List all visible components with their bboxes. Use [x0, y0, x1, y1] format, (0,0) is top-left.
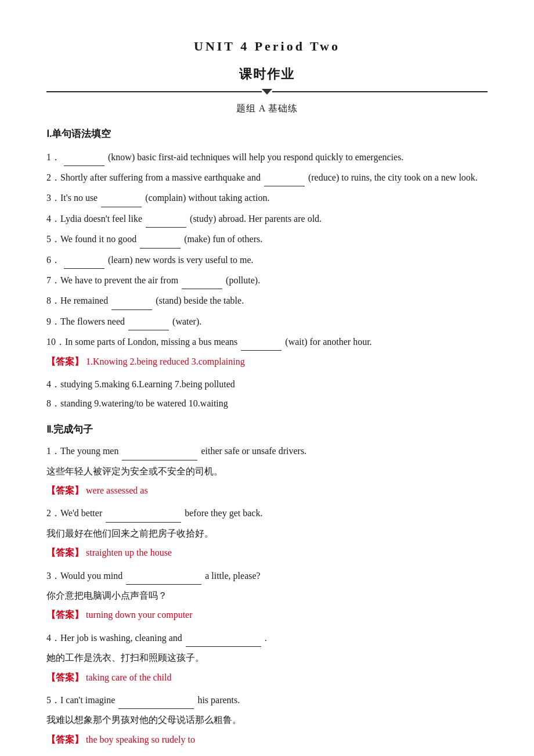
section2-heading: Ⅱ.完成句子	[46, 421, 488, 439]
q3-hint: (complain) without taking action.	[145, 193, 269, 203]
s2-q1-chinese: 这些年轻人被评定为安全或不安全的司机。	[46, 463, 488, 480]
s2-answer-label-1: 【答案】	[46, 485, 84, 495]
blank-10	[241, 333, 282, 351]
blank-4	[146, 210, 186, 228]
q2-num: 2．Shortly after suffering from a massive…	[46, 172, 263, 182]
s2-answer-label-4: 【答案】	[46, 672, 84, 682]
s2-q5-chinese: 我难以想象那个男孩对他的父母说话那么粗鲁。	[46, 711, 488, 729]
s2-q4-cn: 她的工作是洗衣、打扫和照顾这孩子。	[46, 653, 204, 663]
answer-label-1: 【答案】	[46, 357, 84, 366]
section1-answer-line3: 8．standing 9.watering/to be watered 10.w…	[46, 395, 488, 412]
s2-question-4: 4．Her job is washing, cleaning and .	[46, 629, 488, 647]
blank-1	[64, 148, 104, 166]
blank-5	[140, 230, 181, 248]
section1-heading: Ⅰ.单句语法填空	[46, 125, 488, 143]
q5-hint: (make) fun of others.	[184, 234, 262, 244]
q6-num: 6．	[46, 255, 60, 265]
s2-question-3: 3．Would you mind a little, please?	[46, 567, 488, 585]
s2-question-5: 5．I can't imagine his parents.	[46, 691, 488, 709]
q10-num: 10．In some parts of London, missing a bu…	[46, 337, 240, 347]
q5-num: 5．We found it no good	[46, 234, 139, 244]
question-5: 5．We found it no good (make) fun of othe…	[46, 230, 488, 248]
q9-hint: (water).	[172, 316, 201, 326]
s2-q5-text: his parents.	[197, 695, 240, 705]
q7-num: 7．We have to prevent the air from	[46, 275, 181, 285]
s2-q1-num: 1．The young men	[46, 446, 121, 456]
blank-2	[264, 168, 305, 186]
question-3: 3．It's no use (complain) without taking …	[46, 189, 488, 207]
blank-9	[128, 312, 169, 330]
s2-q4-chinese: 她的工作是洗衣、打扫和照顾这孩子。	[46, 649, 488, 667]
q1-hint: (know) basic first-aid techniques will h…	[108, 152, 403, 162]
s2-blank-4	[186, 629, 261, 647]
s2-blank-1	[122, 442, 197, 460]
s2-q1-text: either safe or unsafe drivers.	[201, 446, 306, 456]
q3-num: 3．It's no use	[46, 193, 100, 203]
question-1: 1． (know) basic first-aid techniques wil…	[46, 148, 488, 166]
s2-q5-num: 5．I can't imagine	[46, 695, 117, 705]
q1-num: 1．	[46, 152, 60, 162]
s2-q2-chinese: 我们最好在他们回来之前把房子收拾好。	[46, 525, 488, 542]
question-4: 4．Lydia doesn't feel like (study) abroad…	[46, 210, 488, 228]
s2-blank-2	[106, 504, 181, 522]
blank-8	[111, 291, 152, 309]
s2-q4-num: 4．Her job is washing, cleaning and	[46, 633, 185, 643]
s2-answer-text-1: were assessed as	[86, 485, 148, 495]
s2-question-1: 1．The young men either safe or unsafe dr…	[46, 442, 488, 460]
page-subtitle: 课时作业	[46, 63, 488, 86]
s2-q5-answer: 【答案】 the boy speaking so rudely to	[46, 731, 488, 748]
q9-num: 9．The flowers need	[46, 316, 127, 326]
q6-hint: (learn) new words is very useful to me.	[108, 255, 254, 265]
s2-q5-cn: 我难以想象那个男孩对他的父母说话那么粗鲁。	[46, 715, 241, 725]
section1-answer-line2: 4．studying 5.making 6.Learning 7.being p…	[46, 376, 488, 393]
s2-answer-text-2: straighten up the house	[86, 548, 172, 557]
s2-q2-text: before they get back.	[185, 508, 262, 518]
s2-answer-text-4: taking care of the child	[86, 672, 172, 682]
s2-question-2: 2．We'd better before they get back.	[46, 504, 488, 522]
s2-answer-text-3: turning down your computer	[86, 610, 193, 620]
s2-q3-cn: 你介意把电脑调小点声音吗？	[46, 591, 167, 600]
q8-hint: (stand) beside the table.	[156, 296, 244, 305]
s2-q2-answer: 【答案】 straighten up the house	[46, 544, 488, 561]
s2-q4-text: .	[265, 633, 267, 643]
s2-q3-text: a little, please?	[205, 571, 261, 581]
section-divider	[46, 89, 488, 95]
s2-q2-num: 2．We'd better	[46, 508, 104, 518]
section1-answers: 【答案】 1.Knowing 2.being reduced 3.complai…	[46, 353, 488, 370]
question-10: 10．In some parts of London, missing a bu…	[46, 333, 488, 351]
page-title: UNIT 4 Period Two	[46, 35, 488, 58]
s2-q1-answer: 【答案】 were assessed as	[46, 482, 488, 499]
s2-q3-num: 3．Would you mind	[46, 571, 125, 581]
s2-answer-label-2: 【答案】	[46, 548, 84, 557]
blank-6	[64, 251, 104, 269]
s2-q1-cn: 这些年轻人被评定为安全或不安全的司机。	[46, 466, 223, 476]
section-label: 题组 A 基础练	[46, 100, 488, 117]
s2-answer-label-3: 【答案】	[46, 610, 84, 620]
q10-hint: (wait) for another hour.	[285, 337, 371, 347]
s2-answer-text-5: the boy speaking so rudely to	[86, 735, 195, 744]
s2-q2-cn: 我们最好在他们回来之前把房子收拾好。	[46, 528, 214, 538]
question-6: 6． (learn) new words is very useful to m…	[46, 251, 488, 269]
s2-blank-5	[118, 691, 194, 709]
blank-7	[182, 271, 222, 289]
s2-answer-label-5: 【答案】	[46, 735, 84, 744]
q2-hint: (reduce) to ruins, the city took on a ne…	[308, 172, 478, 182]
q4-hint: (study) abroad. Her parents are old.	[190, 214, 322, 224]
s2-q3-answer: 【答案】 turning down your computer	[46, 606, 488, 624]
blank-3	[101, 189, 142, 207]
s2-q4-answer: 【答案】 taking care of the child	[46, 669, 488, 686]
q7-hint: (pollute).	[226, 275, 260, 285]
s2-q3-chinese: 你介意把电脑调小点声音吗？	[46, 587, 488, 604]
question-7: 7．We have to prevent the air from (pollu…	[46, 271, 488, 289]
s2-blank-3	[126, 567, 201, 585]
q8-num: 8．He remained	[46, 296, 110, 305]
question-8: 8．He remained (stand) beside the table.	[46, 291, 488, 309]
answer-line-3: 8．standing 9.watering/to be watered 10.w…	[46, 398, 228, 408]
question-9: 9．The flowers need (water).	[46, 312, 488, 330]
answer-line-2: 4．studying 5.making 6.Learning 7.being p…	[46, 379, 235, 389]
q4-num: 4．Lydia doesn't feel like	[46, 214, 145, 224]
question-2: 2．Shortly after suffering from a massive…	[46, 168, 488, 186]
answer-line-1: 1.Knowing 2.being reduced 3.complaining	[86, 357, 245, 366]
